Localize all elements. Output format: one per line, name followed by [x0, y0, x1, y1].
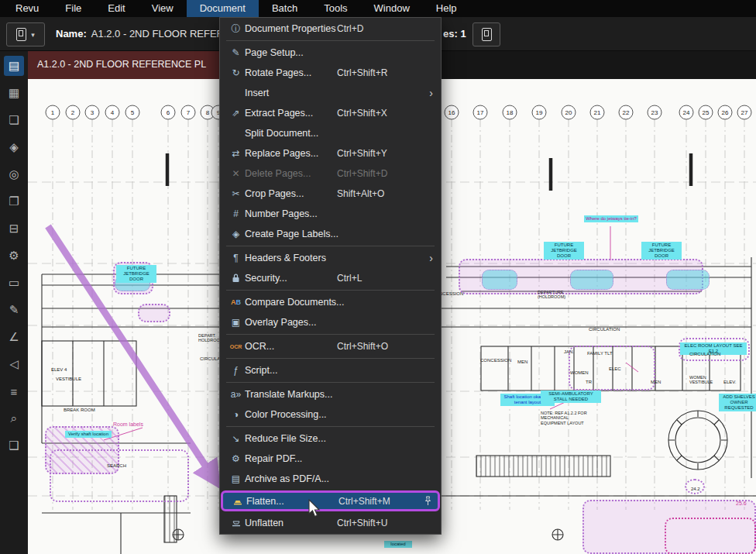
plan-label: FUTURE JETBRIDGE DOOR — [116, 265, 156, 283]
select-tool-panel-icon[interactable]: ◁ — [4, 354, 24, 374]
menubar-item-document[interactable]: Document — [187, 0, 259, 17]
svg-text:25: 25 — [703, 109, 710, 116]
menu-separator — [226, 40, 435, 41]
svg-text:16: 16 — [448, 109, 455, 116]
plan-label: ELEV 4 — [51, 367, 67, 373]
document-stack-panel-icon[interactable]: ≡ — [4, 381, 24, 401]
plan-label: SEARCH — [107, 463, 126, 469]
annotate-panel-icon[interactable]: ✎ — [4, 300, 24, 320]
menu-item-label: Reduce File Size... — [245, 433, 337, 444]
file-access-panel-icon[interactable]: ▤ — [4, 56, 24, 76]
menu-item-compare-documents[interactable]: ABCompare Documents... — [220, 292, 441, 312]
menu-item-create-page-labels[interactable]: ◈Create Page Labels... — [220, 224, 441, 244]
menu-separator — [226, 382, 435, 383]
number-pages-icon: # — [227, 208, 245, 219]
menu-item-number-pages[interactable]: #Number Pages... — [220, 204, 441, 224]
layers-panel-icon[interactable]: ◈ — [4, 137, 24, 157]
svg-text:3: 3 — [91, 109, 94, 116]
menu-item-security[interactable]: Security...Ctrl+L — [220, 268, 441, 288]
3d-model-panel-icon[interactable]: ❑ — [4, 435, 24, 456]
thumbnails-panel-icon[interactable]: ▦ — [4, 83, 24, 103]
menu-item-archive-as-pdfa[interactable]: ▤Archive as PDF/A... — [220, 469, 441, 489]
measure-panel-icon[interactable]: ▭ — [4, 273, 24, 293]
bookmarks-panel-icon[interactable]: ❏ — [4, 110, 24, 130]
menu-item-split-document[interactable]: Split Document... — [220, 123, 441, 143]
menu-item-reduce-file-size[interactable]: ↘Reduce File Size... — [220, 428, 441, 449]
plan-label: ELEV. — [723, 380, 736, 385]
rotate-pages-icon: ↻ — [227, 67, 245, 78]
menu-item-replace-pages[interactable]: ⇄Replace Pages...Ctrl+Shift+Y — [220, 143, 441, 163]
menu-item-rotate-pages[interactable]: ↻Rotate Pages...Ctrl+Shift+R — [220, 63, 441, 83]
menubar-item-edit[interactable]: Edit — [94, 0, 138, 17]
plan-label: CONCESSION — [480, 358, 511, 363]
menu-item-headers-footers[interactable]: ¶Headers & Footers› — [220, 248, 441, 268]
menu-item-shortcut: Ctrl+Shift+X — [337, 108, 387, 119]
menu-item-shortcut: Ctrl+Shift+Y — [337, 148, 387, 159]
spaces-panel-icon[interactable]: ◎ — [4, 164, 24, 184]
plan-label: NOTE: REF A1.2.2 FOR MECHANICAL EQUIPMEN… — [541, 411, 590, 425]
page-navigation-dropdown[interactable]: ▾ — [6, 22, 45, 46]
menu-item-label: Headers & Footers — [245, 253, 337, 263]
revision-cloud — [50, 449, 189, 502]
plan-label: 24.2 — [691, 487, 700, 492]
pages-count: es: 1 — [443, 17, 466, 50]
svg-text:7: 7 — [187, 109, 191, 116]
menu-item-translate-markups[interactable]: a»Translate Markups... — [220, 384, 441, 404]
menu-item-delete-pages[interactable]: ✕Delete Pages...Ctrl+Shift+D — [220, 163, 441, 184]
svg-text:27: 27 — [741, 109, 748, 116]
menu-item-shortcut: Ctrl+Shift+R — [337, 67, 387, 78]
print-panel-icon[interactable]: ⊟ — [4, 219, 24, 239]
menubar-item-file[interactable]: File — [52, 0, 94, 17]
menu-item-ocr[interactable]: OCROCR...Ctrl+Shift+O — [220, 336, 441, 356]
flatten-icon — [229, 497, 246, 506]
menu-separator — [226, 426, 435, 427]
menu-item-label: Translate Markups... — [245, 389, 337, 400]
menubar-item-window[interactable]: Window — [361, 0, 423, 17]
plan-label: BREAK ROOM — [64, 408, 95, 413]
menu-item-crop-pages[interactable]: ✂Crop Pages...Shift+Alt+O — [220, 184, 441, 204]
menu-item-overlay-pages[interactable]: ▣Overlay Pages... — [220, 312, 441, 332]
headers-footers-icon: ¶ — [227, 253, 245, 263]
menu-item-extract-pages[interactable]: ⇗Extract Pages...Ctrl+Shift+X — [220, 103, 441, 123]
menubar-item-view[interactable]: View — [139, 0, 187, 17]
create-page-labels-icon: ◈ — [227, 229, 245, 239]
menubar-item-batch[interactable]: Batch — [259, 0, 311, 17]
menubar-item-revu[interactable]: Revu — [0, 0, 52, 17]
plan-label: FUTURE JETBRIDGE DOOR — [641, 242, 682, 260]
menu-item-label: Split Document... — [245, 128, 337, 139]
menubar-item-tools[interactable]: Tools — [311, 0, 360, 17]
menu-item-unflatten[interactable]: UnflattenCtrl+Shift+U — [220, 513, 441, 533]
compare-documents-icon: AB — [227, 298, 245, 306]
archive-as-pdfa-icon: ▤ — [227, 473, 245, 484]
delete-pages-icon: ✕ — [227, 168, 245, 179]
svg-text:23: 23 — [651, 109, 658, 116]
menu-item-insert[interactable]: Insert› — [220, 83, 441, 103]
plan-label: ADD SHELVES OWNER REQUESTED — [719, 394, 756, 411]
menu-item-label: Number Pages... — [245, 208, 337, 219]
pin-icon[interactable] — [424, 496, 438, 506]
reduce-file-size-icon: ↘ — [227, 433, 245, 444]
menu-item-repair-pdf[interactable]: ⚙Repair PDF... — [220, 449, 441, 469]
page-thumbnail-icon — [16, 28, 26, 41]
markups-list-panel-icon[interactable]: ❐ — [4, 191, 24, 212]
menubar-item-help[interactable]: Help — [423, 0, 470, 17]
settings-panel-icon[interactable]: ⚙ — [4, 246, 24, 266]
create-page-button[interactable] — [472, 22, 500, 46]
security-icon — [227, 274, 245, 283]
search-panel-icon[interactable]: ⌕ — [4, 408, 24, 428]
menu-item-label: Unflatten — [245, 518, 337, 528]
menu-item-document-properties[interactable]: ⓘDocument PropertiesCtrl+D — [220, 19, 441, 39]
menu-item-color-processing[interactable]: ◑Color Processing... — [220, 404, 441, 425]
calibrate-panel-icon[interactable]: ∠ — [4, 327, 24, 347]
menu-item-label: OCR... — [245, 341, 337, 352]
menu-item-script[interactable]: ƒScript... — [220, 360, 441, 380]
menu-item-shortcut: Shift+Alt+O — [337, 188, 384, 199]
menu-item-label: Overlay Pages... — [245, 317, 337, 328]
translate-markups-icon: a» — [227, 389, 245, 400]
ocr-icon: OCR — [227, 344, 245, 349]
document-menu: ⓘDocument PropertiesCtrl+D✎Page Setup...… — [219, 17, 442, 535]
menu-item-page-setup[interactable]: ✎Page Setup... — [220, 43, 441, 63]
menu-item-label: Crop Pages... — [245, 188, 337, 199]
menu-item-flatten[interactable]: Flatten...Ctrl+Shift+M — [221, 490, 440, 511]
document-properties-icon: ⓘ — [227, 22, 245, 36]
